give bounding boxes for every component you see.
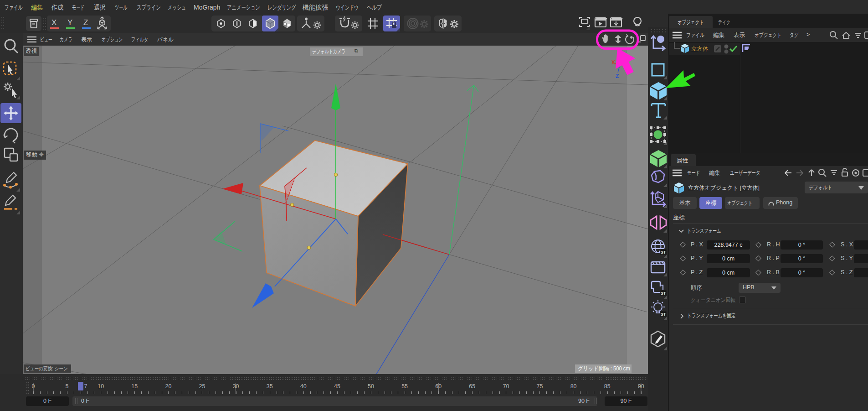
svg-text:Z: Z (83, 18, 88, 27)
svg-text:85: 85 (604, 383, 611, 390)
svg-text:55: 55 (401, 383, 408, 390)
svg-text:ST: ST (661, 312, 666, 317)
svg-text:X: X (51, 18, 56, 27)
svg-text:70: 70 (503, 383, 509, 390)
svg-text:Z: Z (616, 73, 619, 79)
svg-text:10: 10 (98, 383, 104, 390)
svg-text:15: 15 (131, 383, 138, 390)
svg-text:ST: ST (661, 291, 666, 296)
svg-text:25: 25 (199, 383, 205, 390)
svg-text:ST: ST (661, 250, 666, 255)
svg-text:80: 80 (570, 383, 577, 390)
svg-text:75: 75 (537, 383, 543, 390)
svg-text:50: 50 (368, 383, 374, 390)
svg-text:35: 35 (267, 383, 273, 390)
svg-text:Y: Y (623, 51, 627, 57)
svg-text:X: X (611, 59, 615, 66)
svg-text:20: 20 (165, 383, 171, 390)
svg-text:7: 7 (84, 383, 87, 390)
svg-text:Y: Y (67, 18, 72, 27)
svg-text:5: 5 (66, 383, 69, 390)
svg-text:40: 40 (300, 383, 307, 390)
svg-text:65: 65 (469, 383, 475, 390)
svg-text:45: 45 (334, 383, 340, 390)
